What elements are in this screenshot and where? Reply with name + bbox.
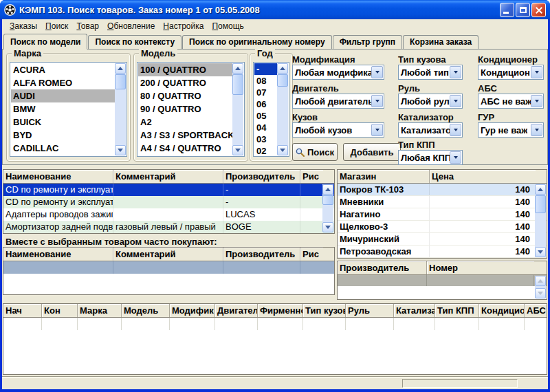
scrollbar-thumb[interactable] [322,195,333,205]
brand-listbox[interactable]: ACURAALFA ROMEOAUDIBMWBUICKBYDCADILLAC [10,62,127,157]
maximize-button[interactable] [516,3,530,17]
chevron-down-icon[interactable] [450,66,461,78]
table-row[interactable]: CD по ремонту и эксплуат - [3,196,334,208]
chevron-down-icon[interactable] [371,124,383,136]
menu-item[interactable]: Помощь [208,20,248,32]
gearbox-combobox[interactable]: Любая КПП [398,150,463,165]
year-scrollbar[interactable] [277,63,288,155]
year-list-item[interactable]: 04 [254,122,277,133]
related-selected-row[interactable] [3,261,334,274]
table-row[interactable]: Адаптеры проводов зажиг LUCAS [3,208,334,221]
aircon-combobox[interactable]: Кондицион [478,65,544,80]
scrollbar-thumb[interactable] [115,74,126,89]
model-list-item[interactable]: A4 / S4 / QUATTRO [138,142,232,155]
catalyst-combobox[interactable]: Катализато [398,122,463,138]
chevron-down-icon[interactable] [450,151,461,164]
year-list-item[interactable]: 06 [254,98,277,110]
year-list-item[interactable]: 02 [254,145,277,155]
scroll-down-icon[interactable] [535,247,546,257]
scroll-up-icon[interactable] [232,63,243,74]
results-scrollbar[interactable] [322,184,333,232]
chevron-down-icon[interactable] [371,95,383,107]
power-steering-combobox[interactable]: Гур не важ [478,122,544,138]
model-list-item[interactable]: A2 [138,116,232,129]
minimize-button[interactable] [500,3,514,17]
chevron-down-icon[interactable] [450,95,461,107]
chevron-down-icon[interactable] [531,95,542,107]
chevron-down-icon[interactable] [371,66,383,78]
tab[interactable]: Корзина заказа [403,35,478,49]
shop-row[interactable]: Петрозаводская 140 [338,246,547,258]
brand-list-item[interactable]: BUICK [11,116,115,129]
year-listbox[interactable]: -08070605040302 [253,62,289,157]
year-list-item[interactable]: 07 [254,87,277,98]
model-list-item[interactable]: 200 / QUATTRO [138,76,232,89]
table-row[interactable]: Амортизатор задней подв газовый левый / … [3,221,334,233]
model-scrollbar[interactable] [232,63,243,155]
table-row[interactable]: CD по ремонту и эксплуат - [3,184,334,196]
shop-row[interactable]: Мневники 140 [338,196,547,208]
brand-list-item[interactable]: BMW [11,102,115,116]
menu-item[interactable]: Поиск [41,20,72,32]
brand-list-item[interactable]: CADILLAC [11,142,115,155]
manufacturer-selected-row[interactable] [338,275,547,286]
scroll-down-icon[interactable] [232,145,243,155]
abs-field: АБС АБС не важ [478,83,544,109]
year-list-item[interactable]: 05 [254,110,277,122]
engine-combobox[interactable]: Любой двигатель [292,94,384,109]
year-list-item[interactable]: - [254,63,277,75]
abs-combobox[interactable]: АБС не важ [478,94,544,109]
scroll-down-icon[interactable] [115,145,126,155]
brand-list-item[interactable]: ACURA [11,63,115,76]
search-button[interactable]: Поиск [292,143,338,161]
steering-combobox[interactable]: Любой руль [398,94,463,109]
chevron-down-icon[interactable] [531,124,542,136]
shops-table: МагазинЦена Покров ТК-103 140 Мневники 1… [337,169,547,259]
brand-scrollbar[interactable] [115,63,126,155]
shop-row[interactable]: Щелково-3 140 [338,221,547,233]
manufacturer-scrollbar[interactable] [535,276,546,298]
brand-list-item[interactable]: BYD [11,129,115,142]
menu-item[interactable]: Настройка [159,20,208,32]
model-list-item[interactable]: A3 / S3 / SPORTBACK [138,129,232,142]
scroll-up-icon[interactable] [535,184,546,195]
year-list-item[interactable]: 03 [254,133,277,145]
brand-list-item[interactable]: AUDI [11,89,115,102]
shops-scrollbar[interactable] [535,184,546,257]
scrollbar-thumb[interactable] [535,195,546,213]
tab[interactable]: Поиск по оригинальному номеру [182,35,332,49]
chevron-down-icon[interactable] [450,124,461,136]
brand-list-item[interactable]: ALFA ROMEO [11,76,115,89]
scrollbar-thumb[interactable] [277,74,288,87]
menu-item[interactable]: Товар [72,20,103,32]
modification-combobox[interactable]: Любая модифика [292,65,384,80]
scrollbar-thumb[interactable] [232,74,243,95]
add-button[interactable]: Добавить [343,143,401,161]
scroll-up-icon[interactable] [277,63,288,74]
scroll-up-icon[interactable] [322,184,333,195]
chevron-down-icon[interactable] [531,66,542,78]
shop-row[interactable]: Нагатино 140 [338,208,547,221]
body-type-combobox[interactable]: Любой тип к [398,65,463,80]
modification-label: Модификация [292,54,384,65]
tab[interactable]: Фильтр групп [333,35,402,49]
shop-row[interactable]: Покров ТК-103 140 [338,184,547,196]
scroll-up-icon[interactable] [535,276,546,286]
scroll-down-icon[interactable] [535,288,546,298]
menu-item[interactable]: Обновление [103,20,159,32]
scroll-down-icon[interactable] [322,222,333,232]
model-list-item[interactable]: 90 / QUATTRO [138,102,232,116]
body-combobox[interactable]: Любой кузов [292,122,384,138]
tab[interactable]: Поиск по модели [3,34,87,50]
shop-row[interactable]: Мичуринский 140 [338,233,547,246]
menu-item[interactable]: Заказы [6,20,41,32]
year-list-item[interactable]: 08 [254,75,277,87]
scroll-down-icon[interactable] [277,145,288,155]
tab[interactable]: Поиск по контексту [88,35,182,49]
close-button[interactable] [531,3,546,17]
model-list-item[interactable]: 100 / QUATTRO [138,63,232,76]
history-table: НачКонМаркаМодельМодификДвигателФирменно… [3,303,547,375]
model-listbox[interactable]: 100 / QUATTRO200 / QUATTRO80 / QUATTRO90… [137,62,245,157]
model-list-item[interactable]: 80 / QUATTRO [138,89,232,102]
scroll-up-icon[interactable] [115,63,126,74]
